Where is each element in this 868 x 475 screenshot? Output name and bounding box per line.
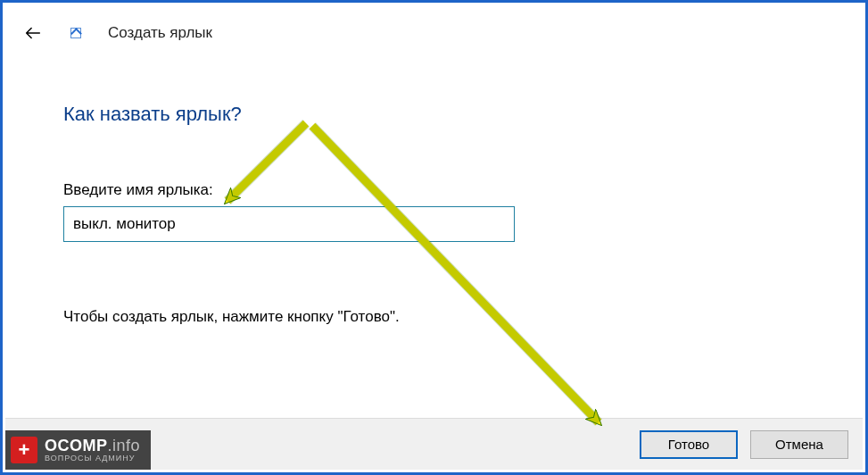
annotation-arrow-to-input bbox=[227, 123, 306, 201]
dialog-header: Создать ярлык bbox=[21, 21, 212, 46]
cancel-button[interactable]: Отмена bbox=[750, 430, 848, 459]
svg-line-0 bbox=[227, 123, 306, 201]
watermark-plus-icon: + bbox=[11, 437, 37, 463]
watermark-subtitle: ВОПРОСЫ АДМИНУ bbox=[45, 454, 140, 462]
annotation-arrow-to-finish bbox=[312, 126, 599, 422]
finish-button[interactable]: Готово bbox=[640, 430, 738, 459]
svg-line-1 bbox=[312, 126, 599, 422]
watermark-badge: + OCOMP.info ВОПРОСЫ АДМИНУ bbox=[5, 430, 151, 470]
shortcut-name-label: Введите имя ярлыка: bbox=[63, 181, 213, 199]
wizard-hint: Чтобы создать ярлык, нажмите кнопку "Гот… bbox=[63, 308, 400, 326]
arrow-left-icon bbox=[23, 23, 43, 43]
dialog-window: Создать ярлык Как назвать ярлык? Введите… bbox=[0, 0, 868, 475]
window-title: Создать ярлык bbox=[108, 24, 212, 42]
watermark-suffix: .info bbox=[108, 437, 141, 454]
wizard-heading: Как назвать ярлык? bbox=[63, 103, 242, 126]
back-button[interactable] bbox=[21, 21, 45, 46]
shortcut-overlay-icon bbox=[70, 28, 81, 38]
watermark-brand: OCOMP bbox=[45, 437, 108, 454]
shortcut-name-input[interactable] bbox=[63, 206, 515, 242]
